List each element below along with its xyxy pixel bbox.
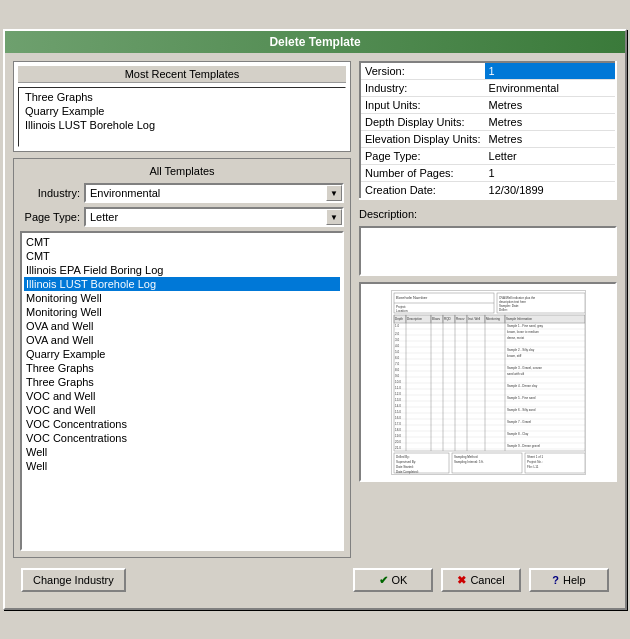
template-list-item-11[interactable]: VOC and Well	[24, 389, 340, 403]
template-list-item-2[interactable]: Illinois EPA Field Boring Log	[24, 263, 340, 277]
svg-text:Sample 3 - Gravel, coarse: Sample 3 - Gravel, coarse	[507, 366, 542, 370]
template-list-item-0[interactable]: CMT	[24, 235, 340, 249]
prop-value-2: Metres	[485, 97, 616, 114]
template-list-item-8[interactable]: Quarry Example	[24, 347, 340, 361]
prop-value-6: 1	[485, 165, 616, 182]
svg-text:Monitoring: Monitoring	[486, 317, 500, 321]
preview-box: Borehole Number Project: Location: OVA/W…	[359, 282, 617, 482]
svg-text:10.0: 10.0	[395, 380, 401, 384]
help-button[interactable]: ? Help	[529, 568, 609, 592]
svg-text:11.0: 11.0	[395, 386, 401, 390]
svg-text:8.0: 8.0	[395, 368, 400, 372]
page-type-select[interactable]: Letter A4 Legal Tabloid	[84, 207, 344, 227]
recent-templates-list[interactable]: Three Graphs Quarry Example Illinois LUS…	[18, 87, 346, 147]
svg-text:14.0: 14.0	[395, 404, 401, 408]
svg-text:Sample Information: Sample Information	[506, 317, 532, 321]
action-buttons: ✔ OK ✖ Cancel ? Help	[353, 568, 609, 592]
template-list-item-1[interactable]: CMT	[24, 249, 340, 263]
prop-value-0: 1	[485, 62, 616, 80]
prop-value-1: Environmental	[485, 80, 616, 97]
prop-key-2: Input Units:	[360, 97, 485, 114]
prop-value-3: Metres	[485, 114, 616, 131]
svg-text:16.0: 16.0	[395, 416, 401, 420]
ok-button[interactable]: ✔ OK	[353, 568, 433, 592]
template-list-item-7[interactable]: OVA and Well	[24, 333, 340, 347]
recent-item-0[interactable]: Three Graphs	[23, 90, 341, 104]
title-bar: Delete Template	[5, 31, 625, 53]
svg-text:Sample 7 - Gravel: Sample 7 - Gravel	[507, 420, 532, 424]
template-list-item-9[interactable]: Three Graphs	[24, 361, 340, 375]
recent-item-1[interactable]: Quarry Example	[23, 104, 341, 118]
industry-filter-row: Industry: Environmental Mining Oil & Gas…	[20, 183, 344, 203]
all-templates-group: All Templates Industry: Environmental Mi…	[13, 158, 351, 558]
description-label: Description:	[359, 208, 617, 220]
page-type-select-wrapper: Letter A4 Legal Tabloid ▼	[84, 207, 344, 227]
svg-text:Sampling Interval: 5 ft.: Sampling Interval: 5 ft.	[454, 460, 484, 464]
industry-select[interactable]: Environmental Mining Oil & Gas Geotechni…	[84, 183, 344, 203]
template-list-item-15[interactable]: Well	[24, 445, 340, 459]
prop-key-0: Version:	[360, 62, 485, 80]
svg-text:Date Completed:: Date Completed:	[396, 470, 419, 474]
svg-text:Description: Description	[407, 317, 422, 321]
svg-text:3.0: 3.0	[395, 338, 400, 342]
svg-text:Sampling Method:: Sampling Method:	[454, 455, 478, 459]
bottom-bar: Change Industry ✔ OK ✖ Cancel ? Help	[13, 564, 617, 600]
template-list-item-13[interactable]: VOC Concentrations	[24, 417, 340, 431]
template-list-item-5[interactable]: Monitoring Well	[24, 305, 340, 319]
prop-key-4: Elevation Display Units:	[360, 131, 485, 148]
svg-text:1.0: 1.0	[395, 324, 400, 328]
recent-templates-group: Most Recent Templates Three Graphs Quarr…	[13, 61, 351, 152]
template-list-item-12[interactable]: VOC and Well	[24, 403, 340, 417]
prop-value-4: Metres	[485, 131, 616, 148]
svg-text:File: L11: File: L11	[527, 465, 539, 469]
right-panel: Version:1Industry:EnvironmentalInput Uni…	[359, 61, 617, 558]
svg-text:19.0: 19.0	[395, 434, 401, 438]
svg-text:Driller:: Driller:	[499, 308, 508, 312]
template-list-item-10[interactable]: Three Graphs	[24, 375, 340, 389]
prop-key-3: Depth Display Units:	[360, 114, 485, 131]
svg-text:Supervised By:: Supervised By:	[396, 460, 416, 464]
svg-text:7.0: 7.0	[395, 362, 400, 366]
change-industry-button[interactable]: Change Industry	[21, 568, 126, 592]
recent-item-2[interactable]: Illinois LUST Borehole Log	[23, 118, 341, 132]
properties-table: Version:1Industry:EnvironmentalInput Uni…	[359, 61, 617, 200]
template-list-item-3[interactable]: Illinois LUST Borehole Log	[24, 277, 340, 291]
svg-text:Sample 1 - Fine sand, gray: Sample 1 - Fine sand, gray	[507, 324, 544, 328]
svg-text:Sheet 1 of 1: Sheet 1 of 1	[527, 455, 544, 459]
svg-text:Date Started:: Date Started:	[396, 465, 414, 469]
svg-text:Sample 8 - Clay: Sample 8 - Clay	[507, 432, 529, 436]
template-list-item-4[interactable]: Monitoring Well	[24, 291, 340, 305]
svg-text:4.0: 4.0	[395, 344, 400, 348]
svg-text:17.0: 17.0	[395, 422, 401, 426]
all-templates-title: All Templates	[20, 165, 344, 177]
svg-text:9.0: 9.0	[395, 374, 400, 378]
prop-key-5: Page Type:	[360, 148, 485, 165]
svg-text:brown, loose to medium: brown, loose to medium	[507, 330, 539, 334]
industry-select-wrapper: Environmental Mining Oil & Gas Geotechni…	[84, 183, 344, 203]
svg-text:brown, stiff: brown, stiff	[507, 354, 522, 358]
cancel-button[interactable]: ✖ Cancel	[441, 568, 521, 592]
svg-text:Drilled By:: Drilled By:	[396, 455, 410, 459]
svg-text:20.0: 20.0	[395, 440, 401, 444]
svg-text:Sample 2 - Silty clay: Sample 2 - Silty clay	[507, 348, 535, 352]
template-list-item-16[interactable]: Well	[24, 459, 340, 473]
page-type-filter-row: Page Type: Letter A4 Legal Tabloid ▼	[20, 207, 344, 227]
template-list-item-14[interactable]: VOC Concentrations	[24, 431, 340, 445]
page-type-filter-label: Page Type:	[20, 211, 80, 223]
template-list-item-6[interactable]: OVA and Well	[24, 319, 340, 333]
svg-text:18.0: 18.0	[395, 428, 401, 432]
svg-text:2.0: 2.0	[395, 332, 400, 336]
svg-text:Project No.:: Project No.:	[527, 460, 543, 464]
svg-text:13.0: 13.0	[395, 398, 401, 402]
template-list[interactable]: CMTCMTIllinois EPA Field Boring LogIllin…	[20, 231, 344, 551]
svg-text:Sample 4 - Dense clay: Sample 4 - Dense clay	[507, 384, 538, 388]
prop-value-5: Letter	[485, 148, 616, 165]
svg-text:Blows: Blows	[432, 317, 441, 321]
prop-key-7: Creation Date:	[360, 182, 485, 200]
svg-text:Sample 9 - Dense gravel: Sample 9 - Dense gravel	[507, 444, 540, 448]
recent-templates-title: Most Recent Templates	[18, 66, 346, 83]
prop-value-7: 12/30/1899	[485, 182, 616, 200]
svg-text:21.0: 21.0	[395, 446, 401, 450]
dialog-window: Delete Template Most Recent Templates Th…	[3, 29, 627, 610]
svg-text:Depth: Depth	[395, 317, 403, 321]
